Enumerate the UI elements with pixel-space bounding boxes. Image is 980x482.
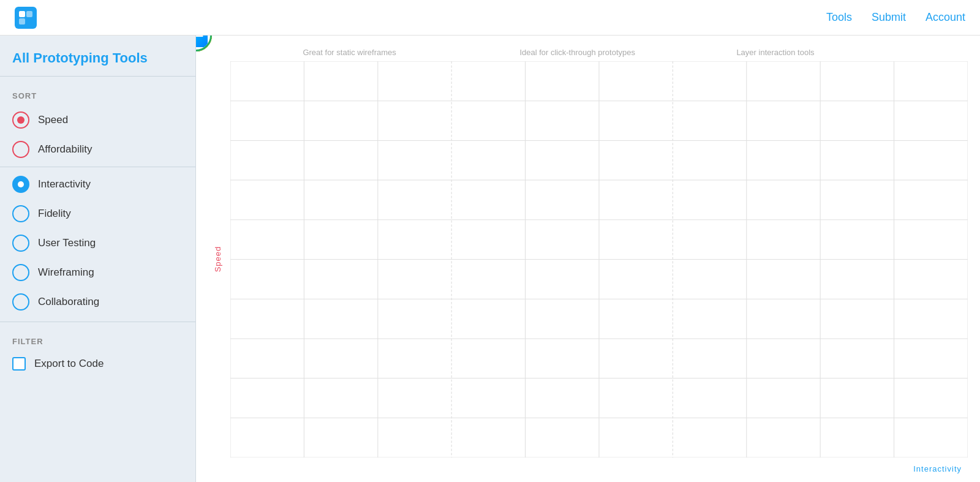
layout: All Prototyping Tools SORT Speed Afforda… xyxy=(0,36,980,482)
svg-rect-0 xyxy=(19,11,25,17)
user-testing-radio xyxy=(12,235,29,252)
nav: Tools Submit Account xyxy=(826,11,965,24)
interactivity-radio xyxy=(12,176,29,193)
export-checkbox[interactable] xyxy=(12,357,26,371)
y-axis-label: Speed xyxy=(213,246,222,272)
sidebar-divider xyxy=(0,76,195,77)
svg-rect-105 xyxy=(196,36,208,47)
speed-radio xyxy=(12,111,29,129)
svg-rect-1 xyxy=(26,11,32,17)
chart-area: Great for static wireframes Ideal for cl… xyxy=(196,36,980,482)
filter-divider xyxy=(0,322,195,322)
tool-framer[interactable] xyxy=(196,36,212,51)
sidebar-title: All Prototyping Tools xyxy=(0,36,195,76)
logo[interactable] xyxy=(15,7,37,29)
header: Tools Submit Account xyxy=(0,0,980,36)
user-testing-label: User Testing xyxy=(38,237,96,249)
sidebar-item-interactivity[interactable]: Interactivity xyxy=(0,170,195,199)
interactivity-radio-inner xyxy=(18,181,24,187)
chart-svg: 100 90 80 70 60 50 40 30 20 10 0 0 10 20… xyxy=(230,61,968,458)
wireframing-label: Wireframing xyxy=(38,266,94,279)
sidebar-item-user-testing[interactable]: User Testing xyxy=(0,228,195,258)
zone-label-clickthrough: Ideal for click-through prototypes xyxy=(519,48,635,57)
svg-rect-2 xyxy=(19,18,25,24)
fidelity-label: Fidelity xyxy=(38,208,71,220)
sidebar-item-wireframing[interactable]: Wireframing xyxy=(0,258,195,287)
speed-label: Speed xyxy=(38,114,68,126)
collaborating-label: Collaborating xyxy=(38,296,99,308)
zone-label-static: Great for static wireframes xyxy=(303,48,396,57)
nav-account[interactable]: Account xyxy=(925,11,965,24)
nav-tools[interactable]: Tools xyxy=(826,11,852,24)
fidelity-radio xyxy=(12,205,29,222)
affordability-label: Affordability xyxy=(38,143,92,156)
nav-submit[interactable]: Submit xyxy=(872,11,906,24)
x-axis-label: Interactivity xyxy=(913,464,962,473)
sidebar-item-fidelity[interactable]: Fidelity xyxy=(0,199,195,228)
sidebar: All Prototyping Tools SORT Speed Afforda… xyxy=(0,36,196,482)
filter-item-export[interactable]: Export to Code xyxy=(0,351,195,377)
sidebar-item-collaborating[interactable]: Collaborating xyxy=(0,287,195,317)
svg-marker-106 xyxy=(196,36,203,37)
export-label: Export to Code xyxy=(34,358,104,370)
speed-radio-inner xyxy=(17,116,24,124)
interactivity-label: Interactivity xyxy=(38,178,91,190)
zone-label-layer: Layer interaction tools xyxy=(736,48,814,57)
sort-divider xyxy=(0,167,195,167)
wireframing-radio xyxy=(12,264,29,281)
collaborating-radio xyxy=(12,293,29,311)
sort-label: SORT xyxy=(0,81,195,105)
sidebar-item-speed[interactable]: Speed xyxy=(0,105,195,135)
filter-label: FILTER xyxy=(0,327,195,351)
affordability-radio xyxy=(12,141,29,158)
sidebar-item-affordability[interactable]: Affordability xyxy=(0,135,195,164)
